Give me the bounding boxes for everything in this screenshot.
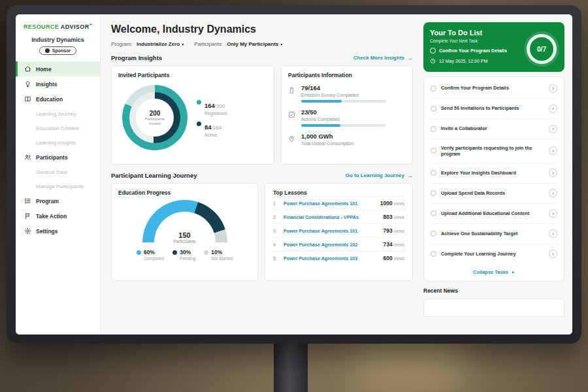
legend-dot — [172, 250, 177, 255]
chevron-right-icon[interactable]: › — [549, 250, 557, 258]
participants-filter-label: Participants: — [194, 41, 223, 47]
checkbox-icon[interactable] — [431, 126, 436, 132]
lesson-row: 1 Power Purchase Agreements 101 1000view… — [273, 196, 404, 210]
checkbox-icon[interactable] — [431, 210, 436, 216]
sidebar-item-manage-participants[interactable]: Manage Participants — [16, 179, 100, 193]
sidebar-item-label: Take Action — [36, 213, 67, 220]
sidebar-item-general-data[interactable]: General Data — [16, 165, 100, 179]
sidebar-item-insights[interactable]: Insights — [16, 76, 100, 91]
sponsor-icon — [45, 48, 50, 53]
monitor-bezel: RESOURCE ADVISOR+ Industry Dynamics Spon… — [7, 5, 581, 344]
task-row[interactable]: Complete Your Learning Journey › — [431, 244, 557, 264]
card-title: Participants Information — [288, 72, 406, 78]
checkbox-icon[interactable] — [431, 106, 436, 112]
participants-select[interactable]: Only My Participants ▾ — [227, 41, 282, 47]
todo-progress-ring: 0/7 — [527, 34, 557, 64]
donut-legend: 164/200 Registered 84/164 Active — [197, 94, 227, 142]
legend-item-registered: 164/200 Registered — [197, 99, 227, 116]
lesson-link[interactable]: Power Purchase Agreements 102 — [284, 242, 378, 248]
sidebar-item-label: Learning Journey — [36, 111, 76, 117]
lesson-link[interactable]: Financial Considerations - VPPAs — [284, 214, 378, 220]
task-row[interactable]: Verify participants requesting to join t… — [431, 139, 557, 163]
list-icon — [24, 197, 31, 204]
checkbox-icon[interactable] — [431, 231, 436, 237]
task-row[interactable]: Upload Additional Educational Content › — [431, 204, 557, 224]
task-row[interactable]: Explore Your Insights Dashboard › — [431, 163, 557, 184]
legend-item-completed: 60% Completed — [137, 249, 164, 261]
legend-dot — [137, 250, 141, 255]
sidebar-item-education-content[interactable]: Education Content — [16, 121, 100, 135]
progress-bar — [301, 100, 386, 103]
task-list-card: Confirm Your Program Details › Send 50 I… — [423, 76, 564, 282]
chevron-right-icon[interactable]: › — [549, 105, 557, 113]
donut-center-label: Participants Invited — [141, 117, 169, 126]
sidebar-item-participants[interactable]: Participants — [16, 150, 100, 165]
sidebar-nav: Home Insights Education — [16, 61, 100, 238]
sidebar-item-label: Education Content — [36, 125, 79, 131]
go-to-learning-journey-link[interactable]: Go to Learning Journey → — [346, 172, 413, 179]
card-title: Education Progress — [118, 189, 251, 196]
brand-logo-plus: + — [90, 22, 93, 27]
lesson-link[interactable]: Power Purchase Agreements 103 — [284, 255, 378, 261]
sidebar-item-label: Settings — [36, 228, 58, 235]
legend-dot — [197, 100, 201, 105]
app-window: RESOURCE ADVISOR+ Industry Dynamics Spon… — [16, 14, 572, 335]
survey-icon — [288, 84, 296, 103]
task-row[interactable]: Upload Spend Data Records › — [431, 184, 557, 204]
chevron-down-icon: ▾ — [182, 42, 184, 46]
checkbox-icon[interactable] — [430, 48, 436, 54]
sidebar-item-take-action[interactable]: Take Action — [16, 208, 100, 223]
location-icon — [288, 133, 296, 148]
check-icon — [288, 108, 296, 127]
collapse-tasks-link[interactable]: Collapse Tasks ▲ — [431, 264, 557, 280]
task-row[interactable]: Confirm Your Program Details › — [431, 78, 557, 99]
todo-panel: Your To Do List Complete Your Next Task:… — [421, 14, 572, 335]
program-select[interactable]: Industrialize Zero ▾ — [137, 41, 184, 47]
legend-item-not-started: 10% Not Started — [204, 249, 233, 261]
checkbox-icon[interactable] — [431, 86, 436, 91]
card-title: Top Lessons — [273, 189, 404, 196]
chevron-right-icon[interactable]: › — [549, 84, 557, 93]
recent-news-item[interactable] — [423, 299, 564, 317]
clock-icon — [430, 58, 436, 64]
participants-information-card: Participants Information 79/164 Emission… — [281, 65, 413, 165]
main-content: Welcome, Industry Dynamics Program: Indu… — [101, 14, 421, 335]
program-insights-row: Invited Participants 200 Participants In… — [111, 65, 413, 165]
checkbox-icon[interactable] — [431, 148, 436, 154]
sidebar-item-learning-insights[interactable]: Learning Insights — [16, 135, 100, 150]
legend-item-pending: 30% Pending — [172, 249, 195, 261]
chevron-right-icon[interactable]: › — [549, 189, 557, 197]
lesson-link[interactable]: Power Purchase Agreements 101 — [284, 201, 375, 206]
chevron-right-icon[interactable]: › — [549, 169, 557, 177]
legend-item-active: 84/164 Active — [197, 120, 227, 137]
checkbox-icon[interactable] — [431, 251, 436, 257]
sponsor-badge[interactable]: Sponsor — [39, 46, 76, 55]
chevron-right-icon[interactable]: › — [549, 146, 557, 155]
sidebar-item-program[interactable]: Program — [16, 193, 100, 208]
stat-global-consumption: 1,000 GWh Total Global Consumption — [288, 133, 406, 148]
lesson-link[interactable]: Power Purchase Agreements 101 — [284, 228, 378, 234]
chevron-right-icon[interactable]: › — [549, 125, 557, 133]
book-icon — [24, 95, 31, 103]
checkbox-icon[interactable] — [431, 170, 436, 176]
sidebar-item-settings[interactable]: Settings — [16, 223, 100, 238]
chevron-right-icon[interactable]: › — [549, 229, 557, 238]
task-row[interactable]: Send 50 Invitations to Participants › — [431, 99, 557, 119]
chevron-right-icon[interactable]: › — [549, 209, 557, 218]
check-more-insights-link[interactable]: Check More Insights → — [353, 55, 413, 61]
stat-actions-completed: 23/50 Actions Completed — [288, 108, 406, 127]
lesson-row: 2 Financial Considerations - VPPAs 803vi… — [273, 210, 404, 223]
top-lessons-card: Top Lessons 1 Power Purchase Agreements … — [265, 183, 413, 281]
progress-bar-fill — [301, 100, 342, 103]
todo-next-task[interactable]: Confirm Your Program Details — [430, 48, 521, 54]
sidebar-item-education[interactable]: Education — [16, 91, 100, 106]
program-filter-label: Program: — [111, 41, 133, 47]
learning-journey-header: Participant Learning Journey Go to Learn… — [111, 172, 413, 179]
sidebar-item-learning-journey[interactable]: Learning Journey — [16, 106, 100, 121]
recent-news-title: Recent News — [423, 287, 564, 294]
todo-progress-value: 0/7 — [537, 46, 546, 53]
sidebar-item-home[interactable]: Home — [16, 61, 100, 76]
checkbox-icon[interactable] — [431, 190, 436, 196]
task-row[interactable]: Achieve One Sustainability Target › — [431, 224, 557, 244]
task-row[interactable]: Invite a Collaborator › — [431, 119, 557, 139]
